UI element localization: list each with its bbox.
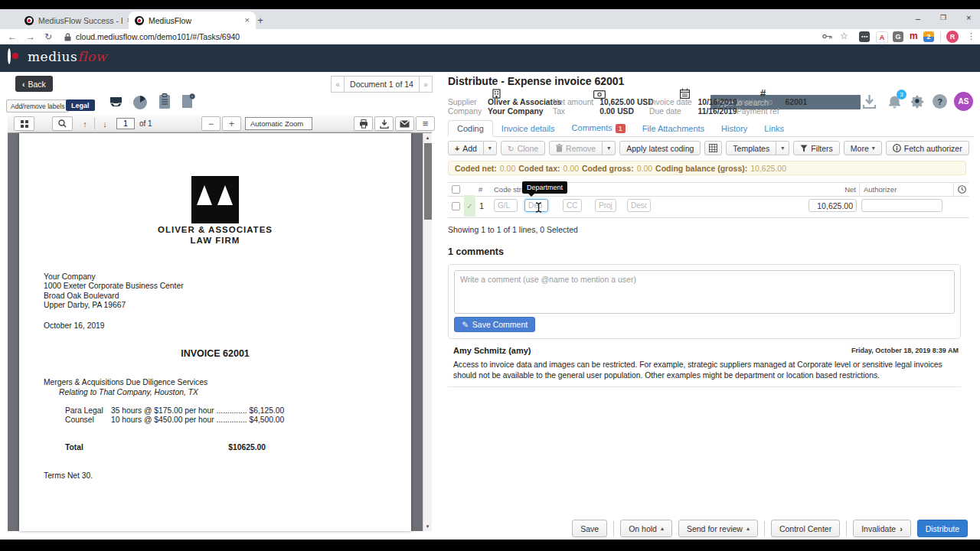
- tab-file-attachments[interactable]: File Attachments: [634, 121, 713, 136]
- divider: [94, 118, 95, 129]
- add-button[interactable]: +Add: [448, 141, 484, 155]
- dashboard-pie-nav-item[interactable]: [132, 95, 148, 110]
- address-line: Broad Oak Boulevard: [44, 292, 184, 301]
- pdf-zoom-select[interactable]: Automatic Zoom: [245, 117, 312, 130]
- extension-pdf-icon[interactable]: A: [876, 31, 888, 44]
- app-header: mediusflow 3 ? AS: [0, 44, 980, 72]
- clone-button[interactable]: ↻Clone: [501, 141, 545, 155]
- settings-gear-icon[interactable]: [911, 95, 926, 109]
- download-nav-icon[interactable]: [862, 94, 877, 109]
- hash-icon: #: [760, 87, 766, 99]
- chevron-right-icon: ›: [900, 524, 903, 533]
- invoice-no-value: 62001: [786, 98, 808, 106]
- pdf-thumbnails-button[interactable]: [14, 116, 34, 131]
- remove-dropdown-button[interactable]: ▾: [603, 141, 616, 155]
- tooltip-arrow: [528, 194, 534, 197]
- dates-summary: Invoice date 10/16/2019 Due date 11/16/2…: [649, 98, 737, 116]
- tab-coding[interactable]: Coding: [448, 120, 493, 137]
- extension-dots-icon[interactable]: ⋯: [859, 31, 870, 42]
- send-for-review-button[interactable]: Send for review▴: [678, 520, 758, 537]
- supplier-summary: Supplier Oliver & Associates Company You…: [448, 98, 561, 116]
- templates-dropdown-button[interactable]: ▾: [776, 141, 789, 155]
- prev-document-button[interactable]: «: [331, 76, 345, 93]
- on-hold-button[interactable]: On hold▴: [620, 520, 672, 537]
- coded-gross-value: 0.00: [637, 164, 652, 173]
- invalidate-button[interactable]: Invalidate›: [853, 520, 910, 537]
- browser-profile-avatar[interactable]: R: [946, 31, 959, 43]
- mediusflow-favicon: [135, 16, 144, 25]
- row-net-input[interactable]: [808, 199, 857, 212]
- window-minimize-button[interactable]: –: [916, 14, 920, 23]
- extension-g-icon[interactable]: G: [893, 31, 903, 42]
- pdf-prev-page-button[interactable]: ↑: [77, 116, 93, 131]
- window-close-button[interactable]: ×: [966, 13, 971, 22]
- pdf-page-number-input[interactable]: [116, 118, 135, 129]
- pdf-download-button[interactable]: [374, 116, 394, 131]
- window-restore-button[interactable]: ❐: [940, 14, 946, 21]
- control-center-button[interactable]: Control Center: [771, 520, 840, 537]
- document-pagination-label: Document 1 of 14: [345, 76, 419, 93]
- back-button[interactable]: ‹ Back: [15, 76, 53, 92]
- pdf-next-page-button[interactable]: ↓: [96, 116, 113, 131]
- distribute-button[interactable]: Distribute: [917, 520, 968, 537]
- description-input[interactable]: [627, 199, 651, 212]
- tasks-clipboard-nav-item[interactable]: [158, 93, 171, 109]
- next-document-button[interactable]: »: [419, 76, 433, 93]
- filters-button[interactable]: Filters: [793, 141, 840, 155]
- browser-tab-inactive[interactable]: MediusFlow Success - Benchmar ×: [18, 11, 138, 29]
- save-comment-button[interactable]: ✎ Save Comment: [454, 317, 535, 332]
- add-dropdown-button[interactable]: ▾: [484, 141, 497, 155]
- add-remove-labels-button[interactable]: Add/remove labels: [6, 99, 69, 112]
- user-avatar[interactable]: AS: [954, 92, 973, 111]
- scrollbar-thumb[interactable]: [424, 143, 432, 220]
- coding-grid-button[interactable]: [704, 141, 722, 155]
- url-text[interactable]: cloud.mediusflow.com/demo101/#/Tasks/694…: [76, 32, 240, 41]
- scroll-up-icon[interactable]: ▴: [423, 135, 432, 141]
- cost-center-input[interactable]: [563, 199, 582, 212]
- pdf-search-button[interactable]: [52, 116, 73, 131]
- tab-history[interactable]: History: [713, 121, 756, 136]
- tab-links[interactable]: Links: [756, 121, 792, 136]
- browser-tab-active[interactable]: MediusFlow ×: [129, 11, 256, 29]
- invoice-line-item: Counsel10 hours @ $450.00 per hour .....…: [65, 416, 284, 424]
- save-button[interactable]: Save: [572, 520, 607, 537]
- pdf-print-button[interactable]: [354, 116, 373, 131]
- scroll-down-icon[interactable]: ▾: [423, 523, 432, 530]
- remove-button[interactable]: Remove: [549, 141, 603, 155]
- extension-m-icon[interactable]: m: [910, 31, 918, 41]
- tab-comments[interactable]: Comments1: [564, 120, 634, 136]
- new-tab-button[interactable]: +: [254, 14, 266, 26]
- browser-reload-icon[interactable]: ↻: [44, 31, 52, 42]
- new-document-nav-item[interactable]: [181, 93, 195, 109]
- select-all-checkbox[interactable]: [452, 185, 460, 194]
- row-checkbox[interactable]: [452, 202, 460, 210]
- clock-column-icon[interactable]: [958, 185, 966, 194]
- pdf-send-email-button[interactable]: [395, 116, 414, 131]
- browser-menu-icon[interactable]: ⋮: [967, 31, 975, 41]
- apply-latest-coding-button[interactable]: Apply latest coding: [619, 141, 701, 155]
- legal-label-badge: Legal: [66, 99, 95, 111]
- key-icon[interactable]: [822, 33, 832, 40]
- comment-author: Amy Schmitz (amy): [453, 346, 531, 355]
- row-authorizer-input[interactable]: [861, 199, 942, 212]
- bookmark-star-icon[interactable]: ☆: [840, 31, 848, 41]
- browser-forward-icon[interactable]: →: [26, 31, 35, 42]
- extension-2-icon[interactable]: 2: [923, 31, 934, 42]
- browser-back-icon[interactable]: ←: [8, 31, 17, 42]
- pdf-scrollbar[interactable]: ▴ ▾: [423, 133, 432, 531]
- fetch-authorizer-button[interactable]: Fetch authorizer: [886, 141, 969, 155]
- help-icon[interactable]: ?: [933, 94, 947, 109]
- inbox-nav-item[interactable]: [106, 93, 126, 111]
- project-code-input[interactable]: [595, 199, 616, 212]
- pdf-zoom-out-button[interactable]: −: [201, 116, 220, 131]
- pdf-zoom-in-button[interactable]: +: [222, 116, 241, 131]
- more-button[interactable]: More▾: [844, 141, 882, 155]
- templates-button[interactable]: Templates: [726, 141, 776, 155]
- gl-code-input[interactable]: [494, 199, 518, 212]
- pdf-tools-menu-button[interactable]: ≡: [416, 116, 435, 131]
- tab-invoice-details[interactable]: Invoice details: [493, 121, 564, 136]
- comment-textarea[interactable]: [454, 270, 955, 314]
- close-tab-icon[interactable]: ×: [245, 16, 250, 24]
- address-line: Your Company: [44, 272, 184, 282]
- coding-balance-label: Coding balance (gross):: [655, 164, 747, 173]
